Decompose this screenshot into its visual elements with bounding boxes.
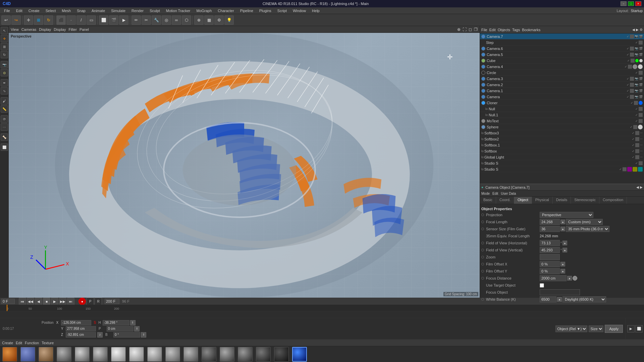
obj-row-studio-s[interactable]: lo Studio S ✓: [480, 160, 644, 166]
scale-tool[interactable]: ⊞: [34, 15, 43, 25]
record-pos[interactable]: P: [87, 298, 94, 305]
menu-help[interactable]: Help: [309, 8, 322, 13]
fovh-stepper[interactable]: ▲: [562, 241, 567, 245]
obj-row-camera2[interactable]: Camera.2 ✓ 📷🎬: [480, 82, 644, 88]
y-pos-input[interactable]: [66, 326, 96, 331]
vp-filter[interactable]: Filter: [68, 27, 76, 32]
mat-function[interactable]: Function: [25, 341, 39, 345]
z-pos-input[interactable]: [66, 332, 96, 338]
size-select[interactable]: Size: [589, 325, 603, 332]
obj-row-null1[interactable]: lo Null.1 ✓: [480, 112, 644, 118]
move-tool[interactable]: ✛: [24, 15, 33, 25]
filmx-input[interactable]: [540, 261, 560, 267]
obj-hdr-icon2[interactable]: ▶: [636, 28, 639, 32]
wb-input[interactable]: [540, 296, 556, 302]
loop-sel[interactable]: ∞: [172, 15, 181, 25]
tab-basic[interactable]: Basic: [480, 197, 496, 204]
magnet-tool[interactable]: 🔧: [152, 15, 161, 25]
menu-motion-tracker[interactable]: Motion Tracker: [163, 8, 193, 13]
fovh-input[interactable]: [540, 240, 560, 246]
sensor-input[interactable]: [540, 226, 560, 232]
object-list[interactable]: Camera.7 ✓ 📷 🎬 Step ✓ Camera.6: [480, 34, 644, 184]
mat-item-circular[interactable]: Circular: [19, 347, 36, 362]
mat-item-mat1[interactable]: Mat.1: [74, 347, 91, 362]
snap-tool[interactable]: ⊕: [194, 15, 204, 25]
vp-icon-2[interactable]: ⛶: [463, 27, 467, 32]
record-btn[interactable]: ●: [78, 298, 86, 305]
end-frame-input[interactable]: [105, 299, 119, 304]
projection-select[interactable]: Perspective: [540, 212, 593, 218]
menu-file[interactable]: File: [1, 8, 13, 13]
obj-row-softbox[interactable]: lo Softbox ✓ ⋯: [480, 148, 644, 154]
props-next[interactable]: ▶: [640, 185, 643, 189]
menu-animate[interactable]: Animate: [89, 8, 108, 13]
obj-row-cube[interactable]: Cube ✓: [480, 58, 644, 64]
play-prev[interactable]: ◀◀: [27, 298, 34, 305]
vp-icon-3[interactable]: ◻: [469, 27, 472, 32]
x-pos-input[interactable]: [61, 320, 91, 325]
b-stepper[interactable]: ⇕: [141, 332, 146, 338]
obj-row-softbox2[interactable]: lo Softbox2 ✓ ⋯: [480, 136, 644, 142]
tab-physical[interactable]: Physical: [532, 197, 553, 204]
obj-row-camera7[interactable]: Camera.7 ✓ 📷 🎬: [480, 34, 644, 40]
view-render2[interactable]: ▶: [119, 15, 128, 25]
obj-row-studio-s2[interactable]: lo Studio S ✓: [480, 166, 644, 172]
fovv-stepper[interactable]: ▲: [562, 248, 567, 252]
wb-select[interactable]: Daylight (6500 K): [562, 296, 606, 302]
minimize-button[interactable]: −: [621, 1, 627, 6]
lt-morph[interactable]: ⋯: [1, 123, 8, 131]
menu-plugins[interactable]: Plugins: [257, 8, 274, 13]
paint-tool[interactable]: ✏: [131, 15, 141, 25]
mat-item-softbox1[interactable]: Softbox: [110, 347, 127, 362]
layout-value[interactable]: Startup: [631, 9, 643, 13]
knife-tool[interactable]: ✂: [142, 15, 151, 25]
material-list[interactable]: Mat.4 Circular Mat.3 Mat Mat.1 Mat.2 Sof…: [0, 346, 644, 362]
lt-deform[interactable]: ⟳: [1, 115, 8, 123]
obj-row-camera3[interactable]: Camera.3 ✓ 📷🎬: [480, 76, 644, 82]
point-mode[interactable]: ·: [66, 15, 76, 25]
mat-item-cycmat[interactable]: Cyc Mat: [219, 347, 235, 362]
menu-select[interactable]: Select: [43, 8, 59, 13]
focal-input[interactable]: [540, 219, 560, 225]
light-tool[interactable]: 💡: [224, 15, 234, 25]
lt-rotate[interactable]: ↻: [1, 51, 8, 58]
focus-stepper[interactable]: ▲: [567, 276, 572, 281]
menu-window[interactable]: Window: [290, 8, 309, 13]
vp-icon-4[interactable]: ❐: [474, 27, 478, 32]
vp-panel[interactable]: Panel: [79, 27, 89, 32]
focus-obj-input[interactable]: [540, 289, 580, 295]
menu-mesh[interactable]: Mesh: [59, 8, 73, 13]
mat-item-glossyd[interactable]: Glossy.D: [291, 347, 308, 362]
lt-scale[interactable]: ⊞: [1, 43, 8, 50]
mat-item-softbox5[interactable]: Softbox: [182, 347, 199, 362]
lt-camera[interactable]: 📷: [1, 61, 8, 68]
focus-input[interactable]: [540, 275, 567, 281]
record-rot[interactable]: R: [95, 298, 102, 305]
obj-row-camera5[interactable]: Camera.5 ✓ 📷 🎬: [480, 52, 644, 58]
obj-hdr-icon1[interactable]: ◀: [632, 28, 635, 32]
props-edit[interactable]: Edit: [492, 192, 498, 195]
vp-icon-1[interactable]: ⊕: [457, 27, 461, 32]
play-next[interactable]: ▶▶: [59, 298, 66, 305]
focus-circle-btn[interactable]: [573, 276, 577, 281]
object-rel-select[interactable]: Object (Rel ▼): [555, 325, 587, 332]
tab-object[interactable]: Object: [514, 197, 532, 204]
play-stop[interactable]: ■: [43, 298, 50, 305]
obj-row-motext[interactable]: MoText ✓: [480, 118, 644, 124]
obj-row-camera6[interactable]: Camera.6 ✓ 📷 🎬: [480, 46, 644, 52]
menu-mograph[interactable]: MoGraph: [194, 8, 214, 13]
play-end[interactable]: ⏭: [67, 298, 74, 305]
obj-hdr-edit[interactable]: Edit: [489, 28, 496, 32]
obj-row-step[interactable]: Step ✓: [480, 40, 644, 46]
menu-edit[interactable]: Edit: [13, 8, 25, 13]
mat-item-softbox2[interactable]: Softbox: [128, 347, 145, 362]
coord-icon1[interactable]: ▶: [627, 325, 635, 333]
tab-composition[interactable]: Composition: [599, 197, 627, 204]
polygon-mode[interactable]: ▭: [87, 15, 96, 25]
mat-item-glossya[interactable]: Glossy.A: [237, 347, 254, 362]
viewport-canvas[interactable]: Perspective: [9, 33, 480, 298]
apply-button[interactable]: Apply: [605, 325, 623, 333]
play-start[interactable]: ⏮: [19, 298, 26, 305]
obj-row-null[interactable]: lo Null ✓: [480, 106, 644, 112]
live-sel[interactable]: ◎: [162, 15, 171, 25]
